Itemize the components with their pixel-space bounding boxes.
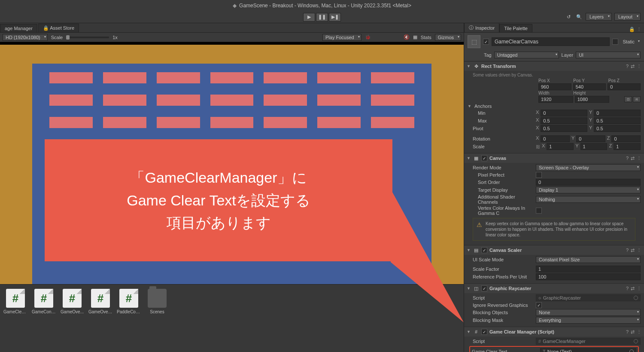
width-field[interactable]: 1920 xyxy=(538,96,573,103)
link-icon[interactable]: ⛓ xyxy=(536,144,540,149)
help-icon[interactable]: ? xyxy=(626,286,629,291)
posy-field[interactable]: 540 xyxy=(573,83,606,90)
render-mode-dropdown[interactable]: Screen Space - Overlay xyxy=(536,164,641,171)
search-icon[interactable]: 🔍 xyxy=(575,13,583,21)
blocking-objects-dropdown[interactable]: None xyxy=(536,309,641,316)
ref-pixels-field[interactable]: 100 xyxy=(536,273,641,280)
blueprint-button[interactable]: ⊡ xyxy=(624,96,632,102)
ignore-reversed-checkbox[interactable]: ✓ xyxy=(536,302,542,308)
raycaster-script-field: ⎆GraphicRaycaster xyxy=(536,294,641,301)
mute-icon[interactable]: 🔇 xyxy=(404,34,410,40)
layout-dropdown[interactable]: Layout xyxy=(614,13,641,21)
sort-order-field[interactable]: 0 xyxy=(536,179,641,186)
asset-script[interactable]: #GameOver... xyxy=(89,289,112,314)
anchor-min-y[interactable]: 0 xyxy=(594,110,641,116)
scl-z[interactable]: 1 xyxy=(614,143,641,150)
scl-y[interactable]: 1 xyxy=(580,143,608,150)
gizmos-dropdown[interactable]: Gizmos xyxy=(435,34,461,41)
blocking-mask-dropdown[interactable]: Everything xyxy=(536,317,641,324)
canvas-header[interactable]: ▼ ▦ ✓ Canvas ?⇄⋮ xyxy=(464,153,644,163)
asset-script[interactable]: #GameCont... xyxy=(33,289,55,314)
asset-script[interactable]: #GameOve... xyxy=(61,289,83,314)
tag-dropdown[interactable]: Untagged xyxy=(494,52,559,58)
raycaster-enabled-checkbox[interactable]: ✓ xyxy=(481,285,487,291)
asset-script[interactable]: #PaddleCon... xyxy=(118,289,140,314)
preset-icon[interactable]: ⇄ xyxy=(631,248,635,253)
aspect-dropdown[interactable]: HD (1920x1080) xyxy=(3,34,48,41)
menu-icon[interactable]: ⋮ xyxy=(637,156,641,161)
help-icon[interactable]: ? xyxy=(626,156,629,161)
stats-button[interactable]: Stats xyxy=(421,35,431,40)
rot-x[interactable]: 0 xyxy=(541,135,570,142)
rot-z[interactable]: 0 xyxy=(611,135,641,142)
game-clear-text-field[interactable]: TNone (Text) xyxy=(540,348,636,352)
object-header: ⬚ ✓ GameClearCanvas Static xyxy=(464,33,644,51)
asset-script[interactable]: #GameClea... xyxy=(4,289,27,314)
menu-icon[interactable]: ⋮ xyxy=(637,248,641,253)
tab-inspector[interactable]: ⓘInspector xyxy=(464,23,499,32)
tab-asset-store[interactable]: 🔒 Asset Store xyxy=(38,24,79,32)
raw-button[interactable]: R xyxy=(633,96,641,102)
pixel-perfect-checkbox[interactable] xyxy=(536,172,542,178)
rect-transform-header[interactable]: ▼ ✥ Rect Transform ?⇄⋮ xyxy=(464,61,644,71)
active-checkbox[interactable]: ✓ xyxy=(483,39,489,45)
preset-icon[interactable]: ⇄ xyxy=(631,329,635,335)
help-icon[interactable]: ? xyxy=(626,64,629,69)
bug-icon[interactable]: 🐞 xyxy=(365,34,371,40)
object-name-field[interactable]: GameClearCanvas xyxy=(492,37,610,46)
canvas-scaler-enabled-checkbox[interactable]: ✓ xyxy=(481,247,487,253)
menu-icon[interactable]: ⋮ xyxy=(637,64,641,69)
preset-icon[interactable]: ⇄ xyxy=(631,286,635,291)
height-field[interactable]: 1080 xyxy=(575,96,610,103)
scl-x[interactable]: 1 xyxy=(547,143,574,150)
object-picker-icon[interactable] xyxy=(629,349,634,352)
target-display-dropdown[interactable]: Display 1 xyxy=(536,187,641,193)
preset-icon[interactable]: ⇄ xyxy=(631,64,635,69)
static-dropdown[interactable]: Static xyxy=(621,39,641,44)
monitor-icon[interactable]: ▦ xyxy=(413,34,417,40)
annotation-callout: 「GameClearManager」に Game Clear Textを設定する… xyxy=(45,139,392,261)
step-button[interactable]: ▶❚ xyxy=(329,13,341,21)
raycaster-header[interactable]: ▼ ◫ ✓ Graphic Raycaster ?⇄⋮ xyxy=(464,284,644,293)
menu-icon[interactable]: ⋮ xyxy=(637,286,641,291)
anchor-min-x[interactable]: 0 xyxy=(541,110,587,116)
scale-factor-field[interactable]: 1 xyxy=(536,266,641,272)
help-icon[interactable]: ? xyxy=(626,329,629,335)
posz-field[interactable]: 0 xyxy=(608,83,641,90)
menu-icon[interactable]: ⋮ xyxy=(637,27,641,32)
canvas-scaler-header[interactable]: ▼ ▤ ✓ Canvas Scaler ?⇄⋮ xyxy=(464,245,644,255)
vertex-gamma-checkbox[interactable] xyxy=(536,208,542,214)
pause-button[interactable]: ❚❚ xyxy=(316,13,328,21)
layer-dropdown[interactable]: UI xyxy=(576,52,641,58)
undo-history-icon[interactable]: ↺ xyxy=(565,13,573,21)
object-picker-icon[interactable] xyxy=(634,339,638,343)
pivot-y[interactable]: 0.5 xyxy=(594,125,641,132)
menu-icon[interactable]: ⋮ xyxy=(637,329,641,335)
lock-icon[interactable]: 🔒 xyxy=(629,27,635,32)
layers-dropdown[interactable]: Layers xyxy=(586,13,612,21)
shader-channels-dropdown[interactable]: Nothing xyxy=(536,196,641,203)
canvas-enabled-checkbox[interactable]: ✓ xyxy=(481,155,487,161)
help-icon[interactable]: ? xyxy=(626,248,629,253)
tab-tile-palette[interactable]: Tile Palette xyxy=(499,24,532,32)
script-icon: ⎆ xyxy=(538,295,541,300)
play-button[interactable]: ▶ xyxy=(303,13,315,21)
gcm-enabled-checkbox[interactable]: ✓ xyxy=(481,329,487,335)
posx-field[interactable]: 960 xyxy=(538,83,571,90)
object-picker-icon[interactable] xyxy=(634,296,638,300)
rect-transform-icon: ✥ xyxy=(473,63,479,69)
anchor-max-y[interactable]: 0.5 xyxy=(594,117,641,124)
game-clear-manager-header[interactable]: ▼ # ✓ Game Clear Manager (Script) ?⇄⋮ xyxy=(464,327,644,337)
rot-y[interactable]: 0 xyxy=(576,135,605,142)
script-icon: # xyxy=(538,339,541,344)
static-checkbox[interactable] xyxy=(612,39,618,45)
pivot-x[interactable]: 0.5 xyxy=(541,125,587,132)
play-focused-dropdown[interactable]: Play Focused xyxy=(322,34,361,41)
preset-icon[interactable]: ⇄ xyxy=(631,156,635,161)
scale-slider[interactable] xyxy=(66,37,109,38)
asset-folder[interactable]: Scenes xyxy=(146,289,168,314)
gameobject-icon[interactable]: ⬚ xyxy=(468,35,480,48)
ui-scale-mode-dropdown[interactable]: Constant Pixel Size xyxy=(536,256,641,263)
tab-package-manager[interactable]: age Manager xyxy=(0,24,37,32)
anchor-max-x[interactable]: 0.5 xyxy=(541,117,587,124)
